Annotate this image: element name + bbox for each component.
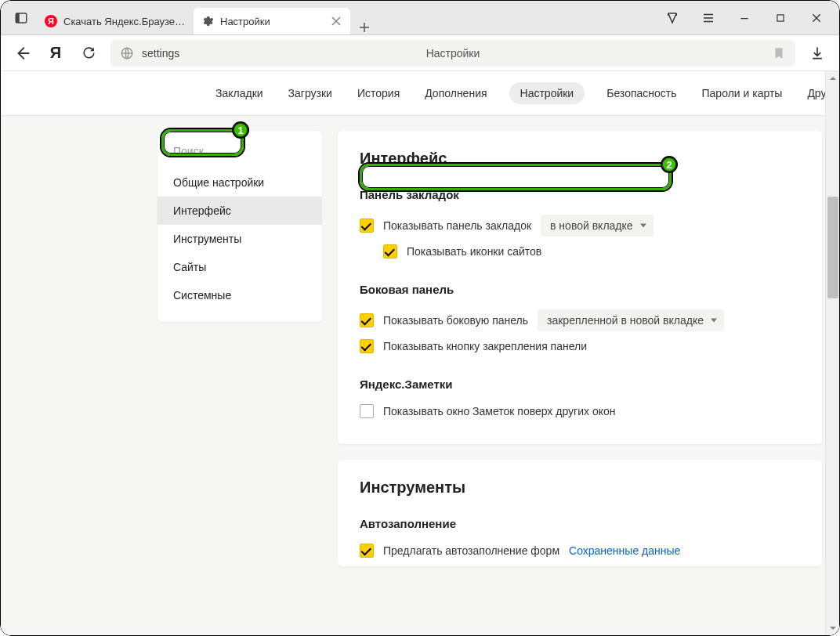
checkbox-show-sidepanel[interactable] — [360, 313, 374, 327]
topnav-other[interactable]: Другие устро — [804, 81, 825, 106]
label-autofill-offer: Предлагать автозаполнение форм — [383, 544, 559, 557]
label-show-site-icons: Показывать иконки сайтов — [407, 245, 541, 258]
label-show-bookmarks-panel: Показывать панель закладок — [383, 219, 531, 232]
back-button[interactable] — [12, 42, 34, 64]
badge-1: 1 — [232, 121, 249, 139]
reload-button[interactable] — [78, 42, 100, 64]
link-saved-data[interactable]: Сохраненные данные — [569, 544, 680, 557]
row-notes-on-top: Показывать окно Заметок поверх других ок… — [360, 400, 800, 422]
window-close-button[interactable] — [798, 1, 835, 35]
tab-label: Скачать Яндекс.Браузер д — [63, 16, 186, 27]
sidebar-item-sites[interactable]: Сайты — [158, 253, 322, 281]
sidebar-item-interface[interactable]: Интерфейс — [158, 197, 322, 225]
svg-rect-4 — [777, 14, 784, 20]
address-bar[interactable]: settings Настройки — [110, 40, 795, 67]
sidepanel-heading: Боковая панель — [360, 283, 800, 296]
checkbox-show-bookmarks-panel[interactable] — [360, 219, 374, 233]
select-sidepanel-mode[interactable]: закрепленной в новой вкладке — [538, 309, 724, 331]
address-page-title: Настройки — [426, 47, 480, 60]
checkbox-show-pin-button[interactable] — [360, 339, 374, 353]
notes-heading: Яндекс.Заметки — [360, 378, 800, 391]
tools-heading: Инструменты — [360, 479, 800, 497]
settings-sidebar: Поиск Общие настройки Интерфейс Инструме… — [158, 131, 322, 322]
tab-strip: Я Скачать Яндекс.Браузер д Настройки — [37, 1, 378, 34]
tools-card: Инструменты Автозаполнение Предлагать ав… — [338, 460, 822, 566]
downloads-button[interactable] — [806, 42, 828, 64]
topnav-downloads[interactable]: Загрузки — [285, 81, 335, 106]
label-notes-on-top: Показывать окно Заметок поверх других ок… — [383, 405, 615, 417]
new-tab-button[interactable] — [350, 20, 378, 34]
window-controls — [654, 1, 835, 34]
checkbox-notes-on-top[interactable] — [360, 404, 374, 418]
sidebar-toggle-button[interactable] — [5, 1, 37, 34]
topnav-settings[interactable]: Настройки — [509, 82, 585, 104]
bookmark-icon[interactable] — [772, 46, 786, 60]
row-autofill-offer: Предлагать автозаполнение форм Сохраненн… — [360, 540, 800, 562]
vertical-scrollbar[interactable] — [825, 71, 839, 635]
topnav-passwords[interactable]: Пароли и карты — [699, 81, 786, 106]
tab-label: Настройки — [220, 16, 324, 27]
yandex-favicon-icon: Я — [45, 15, 57, 27]
sidebar-search[interactable]: Поиск — [158, 136, 322, 168]
autofill-heading: Автозаполнение — [360, 517, 800, 530]
interface-card: Интерфейс Панель закладок Показывать пан… — [338, 131, 822, 444]
scroll-down-button[interactable] — [826, 621, 840, 635]
svg-text:Я: Я — [48, 16, 54, 26]
sidebar-item-system[interactable]: Системные — [158, 281, 322, 309]
bookmarks-panel-heading: Панель закладок — [360, 188, 800, 201]
scroll-thumb[interactable] — [827, 197, 838, 298]
gear-icon — [201, 15, 214, 27]
window-maximize-button[interactable] — [762, 1, 798, 35]
reader-mode-icon[interactable] — [654, 1, 690, 35]
sidebar-item-tools[interactable]: Инструменты — [158, 225, 322, 253]
address-text: settings — [142, 47, 179, 60]
settings-topnav: Закладки Загрузки История Дополнения Нас… — [1, 71, 825, 115]
label-show-sidepanel: Показывать боковую панель — [383, 314, 528, 327]
checkbox-show-site-icons[interactable] — [383, 244, 397, 258]
menu-button[interactable] — [690, 1, 726, 35]
page-content: Закладки Загрузки История Дополнения Нас… — [1, 71, 825, 635]
row-show-bookmarks-panel: Показывать панель закладок в новой вклад… — [360, 211, 800, 240]
sidebar-item-general[interactable]: Общие настройки — [158, 168, 322, 197]
tab-close-icon[interactable] — [330, 15, 342, 27]
titlebar: Я Скачать Яндекс.Браузер д Настройки — [1, 1, 839, 35]
settings-main: Интерфейс Панель закладок Показывать пан… — [338, 131, 825, 566]
globe-icon — [120, 46, 134, 60]
row-show-sidepanel: Показывать боковую панель закрепленной в… — [360, 305, 800, 335]
interface-heading: Интерфейс — [360, 150, 800, 168]
svg-rect-1 — [16, 13, 20, 23]
topnav-history[interactable]: История — [354, 81, 403, 106]
select-bookmarks-mode[interactable]: в новой вкладке — [541, 215, 654, 237]
badge-2: 2 — [661, 156, 678, 173]
topnav-bookmarks[interactable]: Закладки — [212, 81, 266, 106]
row-show-site-icons: Показывать иконки сайтов — [360, 240, 800, 262]
navbar: Я settings Настройки — [1, 35, 839, 71]
window-minimize-button[interactable] — [726, 1, 762, 35]
scroll-up-button[interactable] — [826, 71, 840, 85]
row-show-pin-button: Показывать кнопку закрепления панели — [360, 335, 800, 357]
tab-settings[interactable]: Настройки — [194, 8, 350, 34]
topnav-extensions[interactable]: Дополнения — [422, 81, 490, 106]
label-show-pin-button: Показывать кнопку закрепления панели — [383, 340, 587, 352]
home-button[interactable]: Я — [45, 44, 67, 62]
tab-yandex-download[interactable]: Я Скачать Яндекс.Браузер д — [37, 8, 194, 34]
topnav-security[interactable]: Безопасность — [603, 81, 679, 106]
checkbox-autofill-offer[interactable] — [360, 544, 374, 558]
viewport: Закладки Загрузки История Дополнения Нас… — [1, 71, 839, 635]
